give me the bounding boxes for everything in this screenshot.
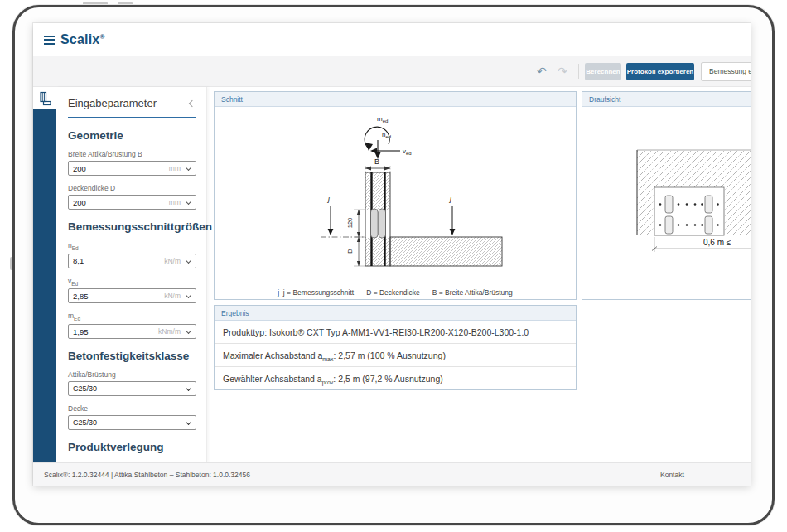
- field-label-med: mEd: [68, 312, 196, 322]
- section-drawing: med ned ved B: [215, 107, 576, 302]
- section-drawing-svg: med ned ved B: [215, 107, 576, 299]
- top-view-panel: Draufsicht: [582, 91, 751, 300]
- ved-input[interactable]: [69, 290, 160, 302]
- svg-text:120: 120: [346, 218, 354, 229]
- top-view-drawing-svg: 0,6 m ≤: [582, 107, 751, 299]
- toolbar: ↶ ↷ Berechnen Protokoll exportieren Beme…: [33, 56, 751, 87]
- chevron-down-icon[interactable]: [186, 293, 191, 298]
- breite-field: mm: [68, 161, 196, 176]
- breite-input[interactable]: [69, 162, 160, 174]
- field-label-decke-beton: Decke: [68, 404, 196, 413]
- svg-text:ned: ned: [382, 131, 391, 139]
- ned-input[interactable]: [69, 255, 160, 267]
- chevron-down-icon[interactable]: [186, 165, 191, 171]
- decke-concrete-value: C25/30: [69, 418, 97, 427]
- geometry-heading: Geometrie: [68, 129, 196, 142]
- attika-concrete-select[interactable]: C25/30: [68, 381, 196, 396]
- svg-text:B: B: [374, 157, 379, 166]
- concrete-heading: Betonfestigkeitsklasse: [68, 350, 196, 362]
- svg-text:D: D: [346, 249, 354, 254]
- app-screen: Scalix® ↶ ↷ Berechnen Protokoll exportie…: [33, 23, 751, 486]
- ned-unit: kN/m: [164, 257, 181, 265]
- ned-field: kN/m: [68, 254, 196, 268]
- forces-heading: Bemessungsschnittgrößen: [68, 220, 196, 233]
- menu-icon[interactable]: [44, 36, 55, 45]
- result-product-type: Produkttyp: Isokorb® CXT Typ A-MM1-VV1-R…: [215, 321, 576, 344]
- section-panel-title: Schnitt: [215, 92, 576, 107]
- results-panel: Ergebnis Produkttyp: Isokorb® CXT Typ A-…: [214, 305, 577, 390]
- top-view-drawing: 0,6 m ≤: [582, 107, 751, 302]
- chevron-down-icon[interactable]: [186, 258, 191, 264]
- attika-concrete-value: C25/30: [69, 384, 97, 393]
- placement-heading: Produktverlegung: [68, 441, 196, 453]
- med-unit: kNm/m: [158, 327, 181, 336]
- app-header: Scalix®: [33, 23, 751, 56]
- contact-link[interactable]: Kontakt: [660, 463, 684, 486]
- redo-icon[interactable]: ↷: [558, 63, 567, 80]
- undo-icon[interactable]: ↶: [537, 63, 547, 80]
- section-legend: j–j = Bemessungsschnitt D = Deckendicke …: [215, 288, 576, 297]
- results-panel-title: Ergebnis: [215, 306, 576, 321]
- chevron-down-icon: [186, 419, 191, 425]
- collapse-sidebar-icon[interactable]: [189, 99, 196, 106]
- med-field: kNm/m: [68, 324, 196, 339]
- svg-text:j: j: [327, 195, 331, 203]
- breite-unit: mm: [169, 164, 181, 172]
- module-nav-strip: [33, 87, 56, 462]
- deckendicke-input[interactable]: [69, 196, 160, 208]
- top-view-panel-title: Draufsicht: [582, 92, 751, 107]
- calculate-button[interactable]: Berechnen: [585, 63, 621, 80]
- attika-section-icon: [37, 91, 52, 106]
- export-protocol-button[interactable]: Protokoll exportieren: [626, 63, 694, 80]
- field-label-ned: nEd: [68, 241, 196, 251]
- svg-text:j: j: [449, 195, 452, 203]
- input-parameters-panel: Eingabeparameter Geometrie Breite Attika…: [56, 87, 207, 462]
- field-label-deckendicke: Deckendicke D: [68, 184, 196, 192]
- field-label-breite: Breite Attika/Brüstung B: [68, 150, 196, 158]
- chevron-down-icon: [186, 385, 191, 391]
- app-title: Scalix®: [60, 32, 105, 47]
- field-label-attika-beton: Attika/Brüstung: [68, 370, 196, 379]
- result-max-spacing: Maximaler Achsabstand amax: 2,57 m (100 …: [215, 344, 576, 367]
- logo: Scalix®: [44, 32, 105, 47]
- chevron-down-icon[interactable]: [186, 328, 191, 334]
- version-info: Scalix®: 1.2.0.32444 | Attika Stahlbeton…: [44, 463, 250, 486]
- svg-text:ved: ved: [403, 148, 412, 156]
- nav-tab-attika-module[interactable]: [33, 87, 56, 109]
- registered-mark: ®: [99, 33, 104, 41]
- deckendicke-field: mm: [68, 195, 196, 210]
- sidebar-title: Eingabeparameter: [68, 97, 157, 109]
- ved-unit: kN/m: [164, 292, 181, 300]
- ved-field: kN/m: [68, 288, 196, 303]
- divider: [68, 117, 196, 118]
- result-chosen-spacing: Gewählter Achsabstand aprov: 2,5 m (97,2…: [215, 367, 576, 390]
- status-badge: Bemessung erfolgreich: [701, 62, 751, 81]
- field-label-ved: vEd: [68, 277, 196, 287]
- app-footer: Scalix®: 1.2.0.32444 | Attika Stahlbeton…: [33, 462, 751, 486]
- deckendicke-unit: mm: [169, 198, 181, 206]
- svg-text:med: med: [377, 115, 388, 123]
- decke-concrete-select[interactable]: C25/30: [68, 415, 196, 430]
- med-input[interactable]: [69, 326, 160, 337]
- svg-text:0,6 m ≤: 0,6 m ≤: [703, 238, 731, 247]
- tablet-frame: Scalix® ↶ ↷ Berechnen Protokoll exportie…: [12, 5, 775, 525]
- chevron-down-icon[interactable]: [186, 199, 191, 205]
- toolbar-divider: [578, 64, 579, 79]
- section-view-panel: Schnitt med ned: [214, 91, 577, 300]
